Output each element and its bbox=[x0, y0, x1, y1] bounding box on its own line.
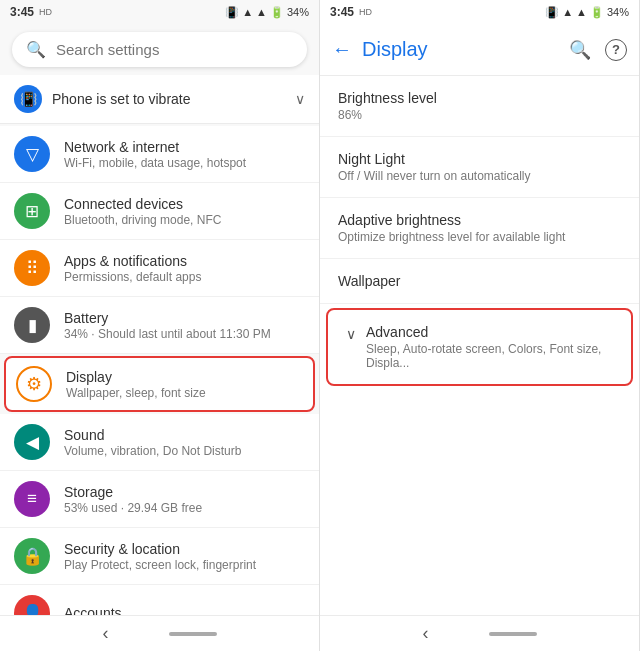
left-home-pill[interactable] bbox=[169, 632, 217, 636]
settings-item-network[interactable]: ▽Network & internetWi-Fi, mobile, data u… bbox=[0, 126, 319, 183]
network-title: Network & internet bbox=[64, 139, 305, 155]
settings-item-display[interactable]: ⚙DisplayWallpaper, sleep, font size bbox=[4, 356, 315, 412]
display-brightness-subtitle: 86% bbox=[338, 108, 621, 122]
sound-icon: ◀ bbox=[14, 424, 50, 460]
display-brightness-title: Brightness level bbox=[338, 90, 621, 106]
sound-title: Sound bbox=[64, 427, 305, 443]
network-icon: ▽ bbox=[14, 136, 50, 172]
right-wifi-icon: ▲ bbox=[562, 6, 573, 18]
display-header: ← Display 🔍 ? bbox=[320, 24, 639, 76]
right-bottom-nav: ‹ bbox=[320, 615, 639, 651]
advanced-subtitle: Sleep, Auto-rotate screen, Colors, Font … bbox=[366, 342, 613, 370]
security-icon: 🔒 bbox=[14, 538, 50, 574]
right-panel: 3:45 HD 📳 ▲ ▲ 🔋 34% ← Display 🔍 ? Bright… bbox=[320, 0, 640, 651]
right-vibrate-icon: 📳 bbox=[545, 6, 559, 19]
display-nightlight-title: Night Light bbox=[338, 151, 621, 167]
battery-percent: 34% bbox=[287, 6, 309, 18]
connected-icon: ⊞ bbox=[14, 193, 50, 229]
network-subtitle: Wi-Fi, mobile, data usage, hotspot bbox=[64, 156, 305, 170]
display-item-brightness[interactable]: Brightness level86% bbox=[320, 76, 639, 137]
display-help-icon[interactable]: ? bbox=[605, 39, 627, 61]
right-battery-percent: 34% bbox=[607, 6, 629, 18]
left-back-button[interactable]: ‹ bbox=[103, 623, 109, 644]
search-input[interactable] bbox=[56, 41, 293, 58]
right-home-pill[interactable] bbox=[489, 632, 537, 636]
left-time: 3:45 bbox=[10, 5, 34, 19]
left-panel: 3:45 HD 📳 ▲ ▲ 🔋 34% 🔍 📳 Phone is set to … bbox=[0, 0, 320, 651]
display-wallpaper-title: Wallpaper bbox=[338, 273, 621, 289]
battery-title: Battery bbox=[64, 310, 305, 326]
security-subtitle: Play Protect, screen lock, fingerprint bbox=[64, 558, 305, 572]
settings-item-storage[interactable]: ≡Storage53% used · 29.94 GB free bbox=[0, 471, 319, 528]
vibrate-banner[interactable]: 📳 Phone is set to vibrate ∨ bbox=[0, 75, 319, 124]
vibrate-chevron-icon: ∨ bbox=[295, 91, 305, 107]
battery-icon: ▮ bbox=[14, 307, 50, 343]
display-icon: ⚙ bbox=[16, 366, 52, 402]
display-adaptive-title: Adaptive brightness bbox=[338, 212, 621, 228]
settings-item-security[interactable]: 🔒Security & locationPlay Protect, screen… bbox=[0, 528, 319, 585]
right-status-icons: 📳 ▲ ▲ 🔋 34% bbox=[545, 6, 629, 19]
right-battery-icon: 🔋 bbox=[590, 6, 604, 19]
left-bottom-nav: ‹ bbox=[0, 615, 319, 651]
left-status-bar: 3:45 HD 📳 ▲ ▲ 🔋 34% bbox=[0, 0, 319, 24]
settings-item-sound[interactable]: ◀SoundVolume, vibration, Do Not Disturb bbox=[0, 414, 319, 471]
accounts-icon: 👤 bbox=[14, 595, 50, 615]
right-time: 3:45 bbox=[330, 5, 354, 19]
connected-title: Connected devices bbox=[64, 196, 305, 212]
advanced-title: Advanced bbox=[366, 324, 613, 340]
header-icons: 🔍 ? bbox=[569, 39, 627, 61]
right-back-button[interactable]: ‹ bbox=[423, 623, 429, 644]
settings-item-apps[interactable]: ⠿Apps & notificationsPermissions, defaul… bbox=[0, 240, 319, 297]
display-content: Brightness level86%Night LightOff / Will… bbox=[320, 76, 639, 615]
apps-subtitle: Permissions, default apps bbox=[64, 270, 305, 284]
display-subtitle: Wallpaper, sleep, font size bbox=[66, 386, 303, 400]
display-nightlight-subtitle: Off / Will never turn on automatically bbox=[338, 169, 621, 183]
accounts-title: Accounts bbox=[64, 605, 305, 615]
display-back-button[interactable]: ← bbox=[332, 38, 352, 61]
vibrate-phone-icon: 📳 bbox=[14, 85, 42, 113]
left-status-icons: 📳 ▲ ▲ 🔋 34% bbox=[225, 6, 309, 19]
display-search-icon[interactable]: 🔍 bbox=[569, 39, 591, 61]
apps-icon: ⠿ bbox=[14, 250, 50, 286]
wifi-icon: ▲ bbox=[242, 6, 253, 18]
advanced-chevron-icon: ∨ bbox=[346, 326, 356, 342]
display-item-nightlight[interactable]: Night LightOff / Will never turn on auto… bbox=[320, 137, 639, 198]
display-item-wallpaper[interactable]: Wallpaper bbox=[320, 259, 639, 304]
storage-title: Storage bbox=[64, 484, 305, 500]
apps-title: Apps & notifications bbox=[64, 253, 305, 269]
battery-subtitle: 34% · Should last until about 11:30 PM bbox=[64, 327, 305, 341]
security-title: Security & location bbox=[64, 541, 305, 557]
settings-list: ▽Network & internetWi-Fi, mobile, data u… bbox=[0, 126, 319, 615]
search-icon: 🔍 bbox=[26, 40, 46, 59]
storage-icon: ≡ bbox=[14, 481, 50, 517]
left-hd: HD bbox=[39, 7, 52, 17]
sound-subtitle: Volume, vibration, Do Not Disturb bbox=[64, 444, 305, 458]
vibrate-label: Phone is set to vibrate bbox=[52, 91, 191, 107]
right-hd: HD bbox=[359, 7, 372, 17]
right-status-bar: 3:45 HD 📳 ▲ ▲ 🔋 34% bbox=[320, 0, 639, 24]
settings-item-accounts[interactable]: 👤Accounts bbox=[0, 585, 319, 615]
settings-item-connected[interactable]: ⊞Connected devicesBluetooth, driving mod… bbox=[0, 183, 319, 240]
display-title: Display bbox=[66, 369, 303, 385]
right-signal-icon: ▲ bbox=[576, 6, 587, 18]
display-advanced-item[interactable]: ∨AdvancedSleep, Auto-rotate screen, Colo… bbox=[326, 308, 633, 386]
signal-icon: ▲ bbox=[256, 6, 267, 18]
battery-icon: 🔋 bbox=[270, 6, 284, 19]
vibrate-icon: 📳 bbox=[225, 6, 239, 19]
search-bar[interactable]: 🔍 bbox=[12, 32, 307, 67]
display-title: Display bbox=[362, 38, 559, 61]
connected-subtitle: Bluetooth, driving mode, NFC bbox=[64, 213, 305, 227]
display-adaptive-subtitle: Optimize brightness level for available … bbox=[338, 230, 621, 244]
settings-item-battery[interactable]: ▮Battery34% · Should last until about 11… bbox=[0, 297, 319, 354]
display-item-adaptive[interactable]: Adaptive brightnessOptimize brightness l… bbox=[320, 198, 639, 259]
storage-subtitle: 53% used · 29.94 GB free bbox=[64, 501, 305, 515]
